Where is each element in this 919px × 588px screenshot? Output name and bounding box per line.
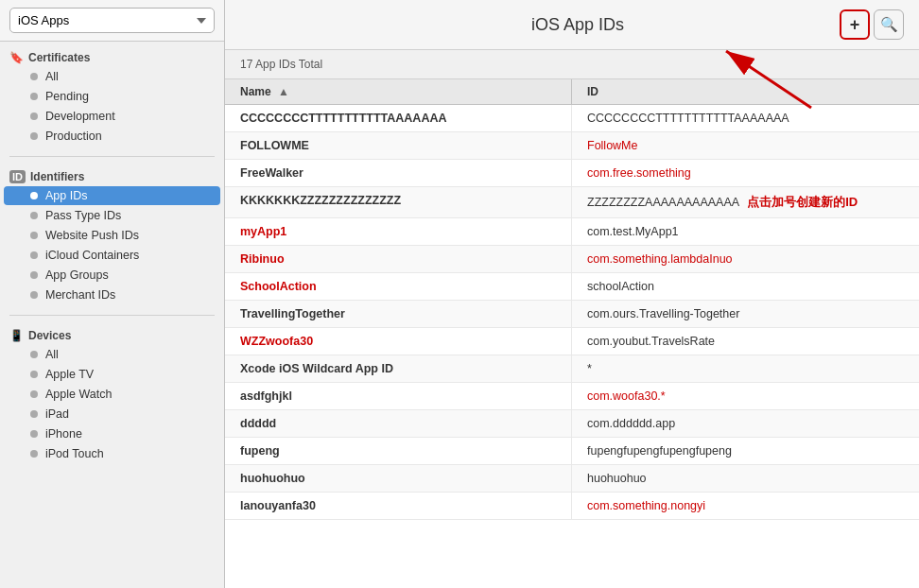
annotation-text: 点击加号创建新的ID bbox=[747, 195, 858, 209]
certificates-section: 🔖 Certificates All Pending Development P… bbox=[0, 42, 224, 152]
table-row[interactable]: Ribinuocom.something.lambdaInuo bbox=[225, 246, 919, 273]
table-row[interactable]: myApp1com.test.MyApp1 bbox=[225, 218, 919, 246]
dot-icon bbox=[30, 212, 38, 219]
certificates-label: Certificates bbox=[28, 51, 90, 64]
sidebar-item-pass-type-ids[interactable]: Pass Type IDs bbox=[4, 206, 220, 225]
app-ids-count: 17 App IDs Total bbox=[240, 58, 322, 71]
sidebar-item-label: Pass Type IDs bbox=[45, 209, 121, 222]
sidebar-item-iphone[interactable]: iPhone bbox=[4, 424, 220, 443]
sidebar-item-all-devices[interactable]: All bbox=[4, 345, 220, 364]
sidebar-item-label: iPad bbox=[45, 407, 69, 421]
sidebar-item-label: Apple Watch bbox=[45, 388, 112, 401]
sidebar-item-label: App Groups bbox=[45, 268, 109, 282]
sidebar-item-label: Pending bbox=[45, 90, 89, 103]
sidebar-item-ipad[interactable]: iPad bbox=[4, 405, 220, 424]
id-cell: schoolAction bbox=[572, 273, 919, 300]
sidebar-item-pending[interactable]: Pending bbox=[4, 87, 220, 106]
name-cell: FOLLOWME bbox=[225, 132, 572, 159]
sidebar-item-label: App IDs bbox=[45, 189, 87, 202]
name-cell: KKKKKKKZZZZZZZZZZZZZZ bbox=[225, 187, 572, 217]
table-row[interactable]: FOLLOWMEFollowMe bbox=[225, 132, 919, 160]
table-header: Name ▲ ID bbox=[225, 79, 919, 105]
name-cell: ddddd bbox=[225, 410, 572, 437]
sort-arrow-icon: ▲ bbox=[278, 85, 289, 98]
sidebar-item-label: All bbox=[45, 348, 59, 361]
identifiers-section-header: ID Identifiers bbox=[0, 166, 224, 185]
dot-icon bbox=[30, 371, 38, 378]
add-button[interactable]: + bbox=[840, 9, 870, 40]
table-row[interactable]: asdfghjklcom.woofa30.* bbox=[225, 383, 919, 410]
main-content: iOS App IDs + 🔍 17 App IDs Total bbox=[225, 0, 919, 588]
main-header: iOS App IDs + 🔍 bbox=[225, 0, 919, 50]
id-cell: com.dddddd.app bbox=[572, 410, 919, 437]
id-cell: com.test.MyApp1 bbox=[572, 218, 919, 245]
name-cell: WZZwoofa30 bbox=[225, 328, 572, 355]
dot-icon bbox=[30, 271, 38, 279]
table-row[interactable]: SchoolActionschoolAction bbox=[225, 273, 919, 301]
subtitle-bar: 17 App IDs Total bbox=[225, 50, 919, 79]
name-column-label: Name bbox=[240, 85, 271, 98]
identifiers-icon: ID bbox=[9, 170, 26, 183]
id-cell: huohuohuo bbox=[572, 465, 919, 492]
name-cell: asdfghjkl bbox=[225, 383, 572, 409]
sidebar-item-merchant-ids[interactable]: Merchant IDs bbox=[4, 285, 220, 304]
table-row[interactable]: fupengfupengfupengfupengfupeng bbox=[225, 438, 919, 465]
name-cell: SchoolAction bbox=[225, 273, 572, 300]
id-cell: ZZZZZZZZAAAAAAAAAAAA点击加号创建新的ID bbox=[572, 187, 919, 217]
sidebar-item-app-groups[interactable]: App Groups bbox=[4, 266, 220, 285]
sidebar-item-label: iPod Touch bbox=[45, 447, 104, 460]
sidebar-item-apple-watch[interactable]: Apple Watch bbox=[4, 385, 220, 404]
sidebar-item-apple-tv[interactable]: Apple TV bbox=[4, 365, 220, 384]
sidebar-item-label: iPhone bbox=[45, 427, 82, 441]
divider-1 bbox=[9, 156, 215, 157]
dot-icon bbox=[30, 93, 38, 100]
sidebar-item-production[interactable]: Production bbox=[4, 127, 220, 146]
sidebar-item-all-certs[interactable]: All bbox=[4, 67, 220, 86]
sidebar-item-label: All bbox=[45, 70, 59, 83]
table-row[interactable]: lanouyanfa30com.something.nongyi bbox=[225, 493, 919, 520]
table-row[interactable]: KKKKKKKZZZZZZZZZZZZZZZZZZZZZZAAAAAAAAAAA… bbox=[225, 187, 919, 218]
id-column-label: ID bbox=[587, 85, 598, 98]
identifiers-section: ID Identifiers App IDs Pass Type IDs Web… bbox=[0, 161, 224, 311]
column-header-id[interactable]: ID bbox=[572, 79, 919, 104]
dot-icon bbox=[30, 291, 38, 299]
dot-icon bbox=[30, 112, 38, 120]
header-buttons: + 🔍 bbox=[840, 9, 904, 40]
id-cell: fupengfupengfupengfupeng bbox=[572, 438, 919, 464]
table-row[interactable]: TravellingTogethercom.ours.Travelling-To… bbox=[225, 301, 919, 328]
dot-icon bbox=[30, 132, 38, 140]
sidebar-item-app-ids[interactable]: App IDs bbox=[4, 186, 220, 205]
id-cell: FollowMe bbox=[572, 132, 919, 159]
sidebar-item-website-push-ids[interactable]: Website Push IDs bbox=[4, 226, 220, 245]
sidebar-item-label: Merchant IDs bbox=[45, 288, 115, 302]
table-row[interactable]: huohuohuohuohuohuo bbox=[225, 465, 919, 493]
platform-dropdown[interactable]: iOS Apps macOS Apps tvOS Apps bbox=[9, 8, 215, 33]
name-cell: TravellingTogether bbox=[225, 301, 572, 327]
sidebar-item-icloud-containers[interactable]: iCloud Containers bbox=[4, 246, 220, 265]
table-row[interactable]: CCCCCCCCTTTTTTTTTTTAAAAAAACCCCCCCCTTTTTT… bbox=[225, 105, 919, 132]
name-cell: myApp1 bbox=[225, 218, 572, 245]
dot-icon bbox=[30, 450, 38, 458]
sidebar-header: iOS Apps macOS Apps tvOS Apps bbox=[0, 0, 224, 42]
sidebar-item-label: Website Push IDs bbox=[45, 229, 139, 242]
id-cell: * bbox=[572, 355, 919, 382]
table-row[interactable]: Xcode iOS Wildcard App ID* bbox=[225, 355, 919, 383]
plus-icon: + bbox=[850, 15, 860, 35]
table-row[interactable]: dddddcom.dddddd.app bbox=[225, 410, 919, 438]
search-icon: 🔍 bbox=[880, 16, 898, 33]
table-row[interactable]: WZZwoofa30com.youbut.TravelsRate bbox=[225, 328, 919, 355]
sidebar-item-development[interactable]: Development bbox=[4, 107, 220, 126]
sidebar-item-label: iCloud Containers bbox=[45, 249, 139, 262]
devices-section: 📱 Devices All Apple TV Apple Watch iPad … bbox=[0, 320, 224, 470]
dot-icon bbox=[30, 232, 38, 239]
dot-icon bbox=[30, 351, 38, 358]
id-cell: CCCCCCCCTTTTTTTTTTTAAAAAAA bbox=[572, 105, 919, 131]
sidebar-item-ipod-touch[interactable]: iPod Touch bbox=[4, 444, 220, 463]
search-button[interactable]: 🔍 bbox=[874, 9, 904, 40]
dot-icon bbox=[30, 430, 38, 438]
column-header-name[interactable]: Name ▲ bbox=[225, 79, 572, 104]
page-title: iOS App IDs bbox=[316, 15, 840, 35]
identifiers-label: Identifiers bbox=[30, 170, 84, 183]
table-row[interactable]: FreeWalkercom.free.something bbox=[225, 160, 919, 187]
id-cell: com.something.lambdaInuo bbox=[572, 246, 919, 272]
